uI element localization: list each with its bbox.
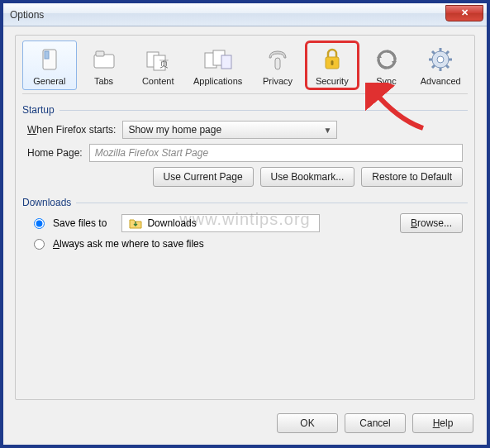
when-starts-label: When Firefox starts: [27, 124, 116, 136]
browse-label: Browse... [411, 217, 452, 229]
ok-label: OK [300, 417, 314, 429]
cancel-label: Cancel [359, 417, 390, 429]
always-ask-radio[interactable] [34, 239, 45, 250]
use-bookmark-label: Use Bookmark... [271, 171, 345, 183]
general-icon [35, 45, 64, 74]
restore-default-label: Restore to Default [372, 171, 452, 183]
tab-sync-label: Sync [376, 76, 396, 86]
use-bookmark-button[interactable]: Use Bookmark... [260, 167, 355, 187]
help-label: Help [433, 417, 454, 429]
close-button[interactable]: ✕ [445, 5, 483, 21]
folder-icon [129, 217, 142, 229]
section-startup-label: Startup [22, 104, 55, 116]
tab-security-label: Security [316, 76, 349, 86]
svg-rect-9 [221, 55, 231, 69]
svg-rect-3 [96, 51, 104, 56]
applications-icon [203, 45, 233, 74]
tab-applications-label: Applications [193, 76, 242, 86]
chevron-down-icon: ▼ [323, 126, 331, 135]
svg-point-16 [437, 56, 444, 63]
category-toolbar: General Tabs 页 [22, 41, 468, 94]
homepage-buttons: Use Current Page Use Bookmark... Restore… [27, 167, 463, 187]
options-window: Options ✕ General [0, 0, 490, 448]
restore-default-button[interactable]: Restore to Default [361, 167, 463, 187]
privacy-icon [263, 45, 293, 74]
svg-line-24 [432, 65, 435, 68]
tab-tabs[interactable]: Tabs [77, 41, 131, 90]
svg-text:页: 页 [159, 59, 169, 69]
row-always-ask: Always ask me where to save files [34, 238, 463, 250]
help-button[interactable]: Help [412, 413, 473, 433]
tab-advanced-label: Advanced [421, 76, 461, 86]
download-folder-field[interactable]: Downloads [121, 214, 320, 232]
homepage-input[interactable]: Mozilla Firefox Start Page [89, 144, 463, 162]
svg-line-21 [432, 51, 435, 54]
advanced-icon [426, 45, 455, 74]
download-folder-value: Downloads [147, 217, 196, 229]
tab-content[interactable]: 页 Content [131, 41, 185, 90]
tab-security[interactable]: Security [305, 41, 359, 90]
tab-privacy-label: Privacy [263, 76, 293, 86]
tabs-icon [89, 45, 119, 74]
save-files-radio[interactable] [34, 218, 45, 229]
homepage-label: Home Page: [27, 147, 83, 159]
svg-rect-10 [275, 58, 280, 69]
use-current-label: Use Current Page [164, 171, 243, 183]
svg-rect-12 [331, 60, 333, 65]
when-starts-select[interactable]: Show my home page ▼ [122, 121, 337, 139]
security-icon [317, 45, 347, 74]
ok-button[interactable]: OK [277, 413, 338, 433]
svg-rect-1 [45, 51, 49, 59]
row-when-starts: When Firefox starts: Show my home page ▼ [27, 121, 463, 139]
browse-button[interactable]: Browse... [400, 213, 463, 233]
tab-applications[interactable]: Applications [185, 41, 250, 90]
when-starts-value: Show my home page [128, 124, 221, 136]
sync-icon [372, 45, 402, 74]
titlebar: Options ✕ [3, 3, 487, 26]
titlebar-title: Options [10, 9, 445, 21]
tab-content-label: Content [142, 76, 174, 86]
tab-sync[interactable]: Sync [359, 41, 414, 90]
section-startup: Startup [22, 104, 468, 116]
svg-line-23 [446, 51, 449, 54]
save-files-label: Save files to [53, 217, 107, 229]
homepage-placeholder: Mozilla Firefox Start Page [95, 147, 208, 159]
tab-advanced[interactable]: Advanced [413, 41, 468, 90]
options-panel: General Tabs 页 [15, 35, 475, 400]
section-downloads: Downloads [22, 197, 468, 208]
use-current-button[interactable]: Use Current Page [153, 167, 254, 187]
tab-tabs-label: Tabs [94, 76, 113, 86]
tab-general[interactable]: General [22, 41, 77, 90]
row-save-files: Save files to Downloads Browse... [34, 213, 463, 233]
close-icon: ✕ [461, 7, 469, 18]
dialog-footer: OK Cancel Help [3, 405, 487, 445]
content-icon: 页 [143, 45, 173, 74]
tab-privacy[interactable]: Privacy [250, 41, 305, 90]
section-downloads-label: Downloads [22, 197, 71, 208]
cancel-button[interactable]: Cancel [345, 413, 406, 433]
always-ask-label: Always ask me where to save files [53, 238, 204, 250]
svg-line-22 [446, 65, 449, 68]
tab-general-label: General [33, 76, 65, 86]
row-homepage: Home Page: Mozilla Firefox Start Page [27, 144, 463, 162]
